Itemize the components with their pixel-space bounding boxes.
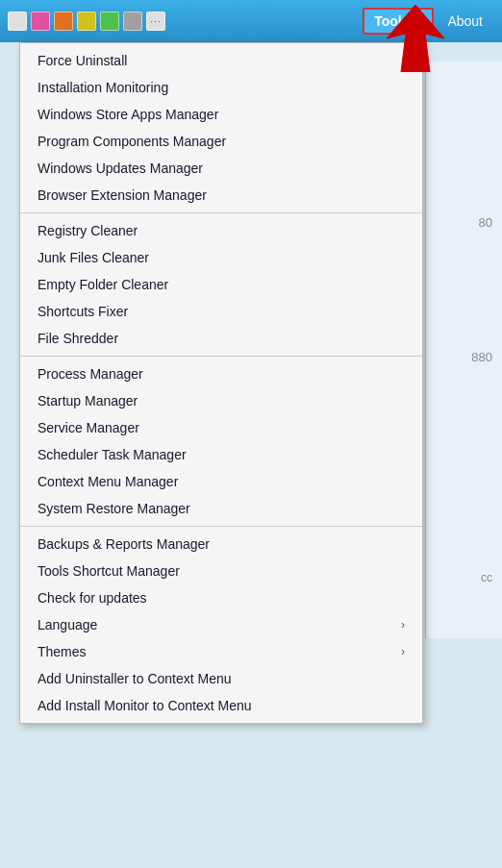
menu-item-2-0[interactable]: Process Manager [20, 360, 422, 387]
menu-item-3-1[interactable]: Tools Shortcut Manager [20, 558, 422, 584]
menu-group-1: Registry CleanerJunk Files CleanerEmpty … [20, 212, 422, 356]
tools-label: Tools [374, 13, 409, 29]
menu-item-label-2-3: Scheduler Task Manager [38, 447, 187, 462]
menu-item-0-2[interactable]: Windows Store Apps Manager [20, 101, 422, 128]
menu-item-0-5[interactable]: Browser Extension Manager [20, 182, 422, 209]
menu-item-label-1-2: Empty Folder Cleaner [38, 277, 168, 292]
menu-item-0-3[interactable]: Program Components Manager [20, 128, 422, 155]
menu-item-3-2[interactable]: Check for updates [20, 584, 422, 611]
menu-group-0: Force UninstallInstallation MonitoringWi… [20, 43, 422, 212]
menu-item-label-2-5: System Restore Manager [38, 501, 190, 516]
submenu-arrow-3-4: › [401, 645, 405, 658]
top-bar-right: Tools ▼ About [363, 8, 494, 35]
menu-item-label-1-0: Registry Cleaner [38, 223, 138, 238]
menu-item-3-0[interactable]: Backups & Reports Manager [20, 531, 422, 558]
menu-item-2-4[interactable]: Context Menu Manager [20, 468, 422, 495]
menu-item-2-5[interactable]: System Restore Manager [20, 495, 422, 522]
menu-item-1-0[interactable]: Registry Cleaner [20, 217, 422, 244]
window-btn-pink[interactable] [31, 12, 50, 31]
tools-dropdown-menu: Force UninstallInstallation MonitoringWi… [19, 42, 423, 724]
menu-item-label-3-4: Themes [38, 644, 87, 659]
menu-item-label-1-4: File Shredder [38, 331, 118, 346]
bg-text-3: cc [481, 571, 492, 584]
menu-item-3-3[interactable]: Language› [20, 611, 422, 638]
menu-item-1-4[interactable]: File Shredder [20, 325, 422, 352]
bg-text-1: 80 [479, 215, 492, 230]
menu-item-label-0-1: Installation Monitoring [38, 80, 168, 95]
menu-item-label-3-6: Add Install Monitor to Context Menu [38, 698, 252, 713]
menu-item-3-4[interactable]: Themes› [20, 638, 422, 665]
menu-item-label-2-4: Context Menu Manager [38, 474, 178, 489]
menu-group-2: Process ManagerStartup ManagerService Ma… [20, 356, 422, 526]
menu-item-label-0-4: Windows Updates Manager [38, 161, 203, 176]
top-bar: ··· Tools ▼ About [0, 0, 502, 42]
menu-item-3-6[interactable]: Add Install Monitor to Context Menu [20, 692, 422, 719]
menu-item-label-1-1: Junk Files Cleaner [38, 250, 149, 265]
menu-item-label-2-2: Service Manager [38, 420, 139, 435]
tools-menu-button[interactable]: Tools ▼ [363, 8, 434, 35]
menu-item-label-0-3: Program Components Manager [38, 134, 226, 149]
menu-item-label-3-5: Add Uninstaller to Context Menu [38, 671, 232, 686]
menu-item-0-0[interactable]: Force Uninstall [20, 47, 422, 74]
menu-item-0-4[interactable]: Windows Updates Manager [20, 155, 422, 182]
menu-group-3: Backups & Reports ManagerTools Shortcut … [20, 526, 422, 723]
menu-item-label-0-0: Force Uninstall [38, 53, 127, 68]
menu-item-label-3-1: Tools Shortcut Manager [38, 563, 180, 579]
tools-dropdown-arrow: ▼ [414, 16, 423, 27]
menu-item-0-1[interactable]: Installation Monitoring [20, 74, 422, 101]
window-btn-yellow[interactable] [77, 12, 96, 31]
menu-item-label-3-3: Language [38, 617, 97, 632]
menu-item-label-3-0: Backups & Reports Manager [38, 536, 210, 552]
submenu-arrow-3-3: › [401, 618, 405, 632]
menu-item-1-2[interactable]: Empty Folder Cleaner [20, 271, 422, 298]
menu-item-3-5[interactable]: Add Uninstaller to Context Menu [20, 665, 422, 692]
menu-item-2-1[interactable]: Startup Manager [20, 387, 422, 414]
menu-item-1-3[interactable]: Shortcuts Fixer [20, 298, 422, 325]
menu-item-label-2-1: Startup Manager [38, 393, 138, 409]
window-btn-green[interactable] [100, 12, 119, 31]
window-btn-orange[interactable] [54, 12, 73, 31]
menu-item-label-2-0: Process Manager [38, 366, 143, 382]
menu-item-label-0-2: Windows Store Apps Manager [38, 107, 218, 122]
window-btn-dots[interactable]: ··· [146, 12, 165, 31]
window-btn-gray[interactable] [123, 12, 142, 31]
menu-item-label-0-5: Browser Extension Manager [38, 187, 207, 203]
menu-item-label-1-3: Shortcuts Fixer [38, 304, 128, 319]
about-button[interactable]: About [436, 10, 494, 33]
window-buttons-group: ··· [8, 12, 165, 31]
menu-item-2-3[interactable]: Scheduler Task Manager [20, 441, 422, 468]
menu-item-1-1[interactable]: Junk Files Cleaner [20, 244, 422, 271]
bg-text-2: 880 [471, 350, 492, 364]
window-btn-white[interactable] [8, 12, 27, 31]
menu-item-2-2[interactable]: Service Manager [20, 414, 422, 441]
menu-item-label-3-2: Check for updates [38, 590, 147, 606]
